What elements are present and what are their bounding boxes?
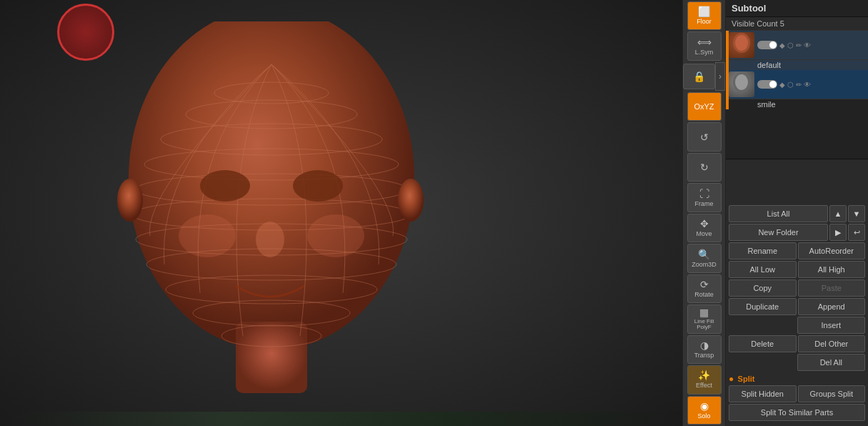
divider-space	[726, 159, 868, 202]
ground-plane	[0, 412, 682, 426]
subtool-panel: Subtool Visible Count 5 ◆ ⬡ ✏	[725, 0, 868, 426]
split-row: Split Hidden Groups Split	[729, 385, 865, 402]
move-icon: ✥	[700, 219, 709, 229]
subtool-item-smile[interactable]: ◆ ⬡ ✏ 👁	[726, 70, 868, 99]
smile-toggles: ◆ ⬡ ✏ 👁	[757, 80, 811, 89]
lsym-icon: ⟺	[697, 37, 712, 47]
solo-icon: ◉	[700, 401, 709, 411]
zoom3d-tool[interactable]: 🔍 Zoom3D	[687, 244, 722, 272]
delete-button[interactable]: Delete	[729, 335, 797, 352]
rename-button[interactable]: Rename	[729, 242, 797, 259]
frame-icon: ⛶	[699, 189, 709, 199]
del-other-button[interactable]: Del Other	[798, 335, 866, 352]
lock-tool[interactable]: 🔒	[683, 64, 715, 89]
copy-row: Copy Paste	[729, 279, 865, 297]
solo-tool[interactable]: ◉ Solo	[687, 396, 722, 425]
default-thumbnail	[729, 32, 754, 58]
icon2: ⬡	[787, 41, 794, 49]
insert-button[interactable]: Insert	[797, 317, 866, 334]
resolution-row: All Low All High	[729, 261, 865, 278]
zoom3d-icon: 🔍	[698, 249, 710, 259]
all-low-button[interactable]: All Low	[729, 261, 797, 278]
lsym-tool[interactable]: ⟺ L.Sym	[687, 31, 722, 60]
smile-thumbnail	[729, 71, 754, 97]
subtool-item-default[interactable]: ◆ ⬡ ✏ 👁	[726, 31, 868, 60]
floor-tool[interactable]: ⬜ Floor	[687, 1, 722, 30]
copy-button[interactable]: Copy	[729, 279, 797, 297]
rename-row: Rename AutoReorder	[729, 242, 865, 259]
actions-area: List All ▲ ▼ New Folder ▶ ↩ Rename AutoR…	[726, 202, 868, 426]
svg-rect-1	[236, 322, 307, 393]
groups-split-button[interactable]: Groups Split	[798, 385, 866, 402]
eye-smile[interactable]: 👁	[804, 81, 811, 89]
rotate-tool[interactable]: ⟳ Rotate	[687, 274, 722, 303]
orange-selection-bar	[726, 31, 729, 109]
icon6: ✏	[796, 81, 802, 89]
icon5: ⬡	[787, 81, 794, 89]
lock-icon: 🔒	[693, 71, 705, 81]
toggle-1[interactable]	[757, 41, 777, 49]
subtool-header: Subtool	[726, 0, 868, 17]
rotate-icon: ⟳	[700, 279, 709, 289]
toggle-2[interactable]	[757, 80, 777, 89]
right-toolbar: ⬜ Floor ⟺ L.Sym 🔒 › OxYZ ↺ ↻ ⛶ Frame ✥ M…	[682, 0, 725, 426]
del-all-row: Del All	[729, 354, 865, 371]
eye-default[interactable]: 👁	[804, 41, 811, 49]
svg-point-18	[179, 214, 236, 257]
rotate1-icon: ↺	[700, 132, 709, 142]
svg-point-14	[293, 170, 343, 202]
frame-tool[interactable]: ⛶ Frame	[687, 183, 722, 212]
effect-tool[interactable]: ✨ Effect	[687, 365, 722, 394]
visible-count: Visible Count 5	[726, 17, 868, 31]
svg-point-13	[200, 170, 250, 202]
insert-row: Insert	[729, 317, 865, 334]
linefill-tool[interactable]: ▦ Line FillPolyF	[687, 304, 722, 333]
expand-chevron[interactable]: ›	[715, 62, 725, 91]
paste-button[interactable]: Paste	[798, 279, 866, 297]
svg-point-19	[307, 214, 364, 257]
icon3: ✏	[796, 41, 802, 49]
auto-reorder-button[interactable]: AutoReorder	[798, 242, 866, 259]
rotate1-tool[interactable]: ↺	[687, 122, 722, 151]
effect-icon: ✨	[698, 370, 710, 380]
split-to-similar-button[interactable]: Split To Similar Parts	[729, 404, 865, 421]
icon1: ◆	[779, 41, 785, 49]
svg-point-0	[129, 21, 414, 350]
svg-point-15	[256, 222, 284, 257]
duplicate-button[interactable]: Duplicate	[729, 298, 797, 315]
svg-point-23	[735, 74, 748, 90]
move-tool[interactable]: ✥ Move	[687, 214, 722, 242]
smile-label: smile	[726, 99, 868, 109]
all-high-button[interactable]: All High	[798, 261, 866, 278]
new-folder-undo[interactable]: ↩	[848, 224, 865, 241]
list-all-down[interactable]: ▼	[848, 205, 865, 222]
append-button[interactable]: Append	[798, 298, 866, 315]
new-folder-right[interactable]: ▶	[829, 224, 847, 241]
list-all-row: List All ▲ ▼	[729, 205, 865, 222]
default-label: default	[726, 60, 868, 70]
transp-tool[interactable]: ◑ Transp	[687, 335, 722, 364]
transp-icon: ◑	[700, 340, 709, 350]
split-section-header: ● Split	[729, 372, 865, 385]
svg-point-16	[117, 179, 143, 222]
split-hidden-button[interactable]: Split Hidden	[729, 385, 797, 402]
head-model	[71, 21, 500, 400]
default-toggles: ◆ ⬡ ✏ 👁	[757, 41, 811, 49]
rotate2-tool[interactable]: ↻	[687, 153, 722, 182]
xyz-tool[interactable]: OxYZ	[687, 92, 722, 121]
duplicate-row: Duplicate Append	[729, 298, 865, 315]
svg-point-17	[398, 179, 424, 222]
linefill-icon: ▦	[699, 307, 709, 317]
new-folder-button[interactable]: New Folder	[729, 224, 828, 241]
svg-point-21	[735, 35, 748, 51]
subtool-list[interactable]: ◆ ⬡ ✏ 👁 default ◆	[726, 31, 868, 159]
delete-row: Delete Del Other	[729, 335, 865, 352]
rotate2-icon: ↻	[700, 162, 709, 172]
split-similar-row: Split To Similar Parts	[729, 404, 865, 421]
viewport[interactable]	[0, 0, 682, 426]
list-all-button[interactable]: List All	[729, 205, 828, 222]
new-folder-row: New Folder ▶ ↩	[729, 224, 865, 241]
list-all-up[interactable]: ▲	[829, 205, 847, 222]
floor-icon: ⬜	[698, 6, 710, 16]
del-all-button[interactable]: Del All	[797, 354, 866, 371]
